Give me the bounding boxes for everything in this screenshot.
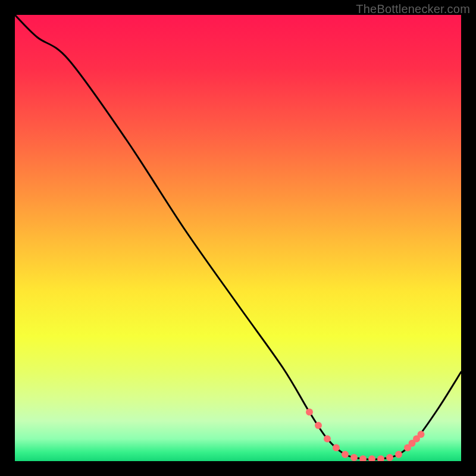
curve-layer <box>15 15 461 459</box>
highlight-dot <box>315 422 322 429</box>
chart-svg <box>15 15 461 461</box>
bottleneck-curve <box>15 15 461 459</box>
highlight-dot <box>333 444 340 452</box>
highlight-dot <box>342 451 349 458</box>
plot-area <box>15 15 461 461</box>
highlight-dot <box>324 436 331 443</box>
highlight-dot <box>368 455 375 461</box>
highlight-dot <box>418 431 425 438</box>
highlight-dot <box>377 455 384 461</box>
highlight-dot <box>386 454 393 461</box>
chart-stage: TheBottlenecker.com <box>0 0 476 476</box>
highlight-dot <box>306 409 313 416</box>
highlight-dot <box>359 455 367 461</box>
watermark-text: TheBottlenecker.com <box>356 2 470 16</box>
highlight-dot <box>350 454 358 461</box>
highlight-dot <box>395 451 402 458</box>
